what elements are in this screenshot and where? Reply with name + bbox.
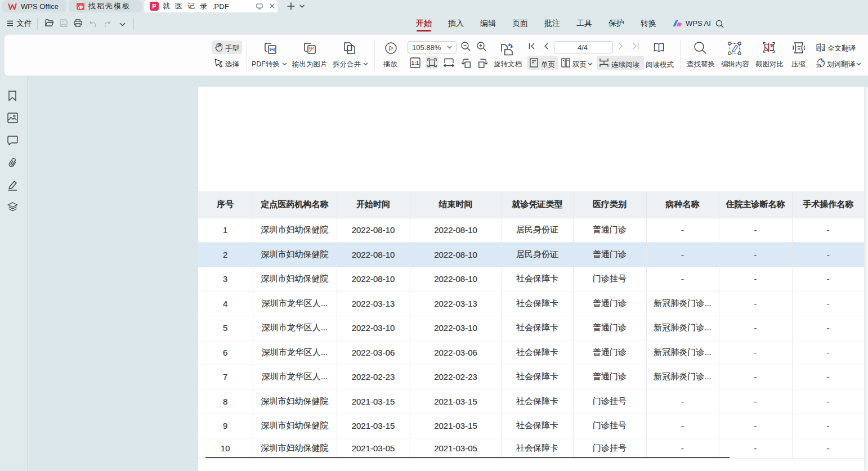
svg-text:A: A (821, 59, 825, 64)
svg-text:P: P (152, 3, 156, 10)
svg-text:1:1: 1:1 (411, 60, 419, 66)
svg-text:文: 文 (821, 46, 825, 51)
svg-text:A: A (817, 45, 821, 51)
svg-text:文: 文 (816, 63, 821, 68)
